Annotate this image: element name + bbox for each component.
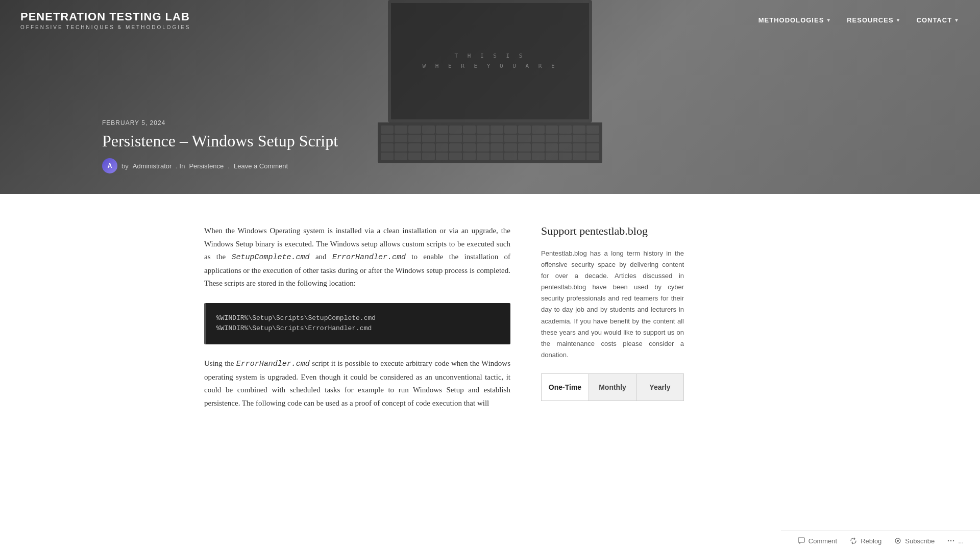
- nav-contact[interactable]: CONTACT ▼: [917, 16, 960, 24]
- donation-tabs: One-Time Monthly Yearly: [541, 373, 684, 401]
- author-link[interactable]: Administrator: [133, 162, 172, 170]
- article-intro: When the Windows Operating system is ins…: [204, 224, 510, 290]
- code-block: %WINDIR%\Setup\Scripts\SetupComplete.cmd…: [204, 303, 510, 345]
- post-header: FEBRUARY 5, 2024 Persistence – Windows S…: [102, 119, 338, 173]
- code-inline-2: ErrorHandler.cmd: [332, 253, 406, 262]
- avatar: A: [102, 158, 117, 173]
- nav-resources[interactable]: RESOURCES ▼: [847, 16, 901, 24]
- support-text: Pentestlab.blog has a long term history …: [541, 248, 684, 361]
- main-content: When the Windows Operating system is ins…: [184, 224, 796, 420]
- laptop-keyboard: [378, 122, 602, 163]
- chevron-down-icon: ▼: [954, 17, 960, 23]
- chevron-down-icon: ▼: [826, 17, 831, 23]
- top-navigation: PENETRATION TESTING LAB OFFENSIVE TECHNI…: [0, 0, 980, 40]
- code-inline-1: SetupComplete.cmd: [232, 253, 310, 262]
- sidebar: Support pentestlab.blog Pentestlab.blog …: [541, 224, 684, 420]
- tab-one-time[interactable]: One-Time: [542, 374, 589, 400]
- code-inline-3: ErrorHandler.cmd: [236, 360, 310, 368]
- tab-monthly[interactable]: Monthly: [589, 374, 636, 400]
- tab-yearly[interactable]: Yearly: [636, 374, 683, 400]
- post-meta: A by Administrator . In Persistence . Le…: [102, 158, 338, 173]
- article: When the Windows Operating system is ins…: [204, 224, 510, 420]
- article-body2: Using the ErrorHandler.cmd script it is …: [204, 357, 510, 410]
- site-tagline: OFFENSIVE TECHNIQUES & METHODOLOGIES: [20, 24, 190, 30]
- laptop-screen-text: T H I S I S W H E R E Y O U A R E: [422, 51, 557, 71]
- post-date: FEBRUARY 5, 2024: [102, 119, 338, 127]
- site-branding: PENETRATION TESTING LAB OFFENSIVE TECHNI…: [20, 10, 190, 30]
- leave-comment-link[interactable]: Leave a Comment: [234, 162, 288, 170]
- hero-section: T H I S I S W H E R E Y O U A R E: [0, 0, 980, 194]
- support-section: Support pentestlab.blog Pentestlab.blog …: [541, 224, 684, 401]
- code-line-1: %WINDIR%\Setup\Scripts\SetupComplete.cmd: [216, 313, 500, 324]
- article-body: When the Windows Operating system is ins…: [204, 224, 510, 410]
- post-title: Persistence – Windows Setup Script: [102, 132, 338, 151]
- nav-methodologies[interactable]: METHODOLOGIES ▼: [758, 16, 831, 24]
- site-title[interactable]: PENETRATION TESTING LAB: [20, 10, 190, 23]
- support-title: Support pentestlab.blog: [541, 224, 684, 238]
- category-link[interactable]: Persistence: [189, 162, 224, 170]
- nav-menu: METHODOLOGIES ▼ RESOURCES ▼ CONTACT ▼: [758, 16, 960, 24]
- code-line-2: %WINDIR%\Setup\Scripts\ErrorHandler.cmd: [216, 323, 500, 334]
- chevron-down-icon: ▼: [896, 17, 901, 23]
